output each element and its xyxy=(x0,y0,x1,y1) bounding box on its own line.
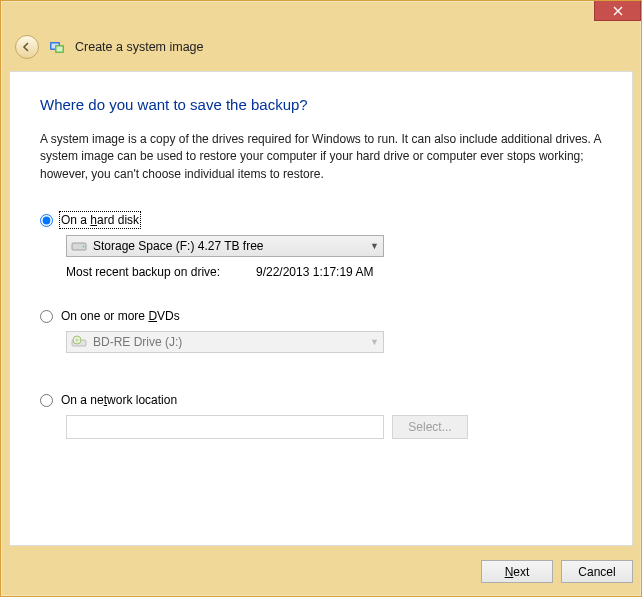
radio-dvd-input[interactable] xyxy=(40,310,53,323)
cancel-button[interactable]: Cancel xyxy=(561,560,633,583)
back-button[interactable] xyxy=(15,35,39,59)
close-button[interactable] xyxy=(594,1,641,21)
hard-disk-combo[interactable]: Storage Space (F:) 4.27 TB free ▼ xyxy=(66,235,384,257)
radio-hard-disk-input[interactable] xyxy=(40,214,53,227)
radio-dvd[interactable]: On one or more DVDs xyxy=(40,309,602,323)
option-network: On a network location Select... xyxy=(40,393,602,439)
radio-dvd-label: On one or more DVDs xyxy=(61,309,180,323)
radio-network-label: On a network location xyxy=(61,393,177,407)
hard-disk-icon xyxy=(71,239,87,253)
page-description: A system image is a copy of the drives r… xyxy=(40,131,602,183)
radio-network[interactable]: On a network location xyxy=(40,393,602,407)
svg-point-8 xyxy=(76,339,78,341)
optical-drive-icon xyxy=(71,335,87,349)
option-hard-disk: On a hard disk Storage Space (F:) 4.27 T… xyxy=(40,213,602,279)
recent-backup-value: 9/22/2013 1:17:19 AM xyxy=(256,265,373,279)
radio-hard-disk-label: On a hard disk xyxy=(61,213,139,227)
header: Create a system image xyxy=(1,31,641,69)
recent-backup-info: Most recent backup on drive: 9/22/2013 1… xyxy=(66,265,602,279)
close-icon xyxy=(613,6,623,16)
window-title: Create a system image xyxy=(75,40,204,54)
recent-backup-label: Most recent backup on drive: xyxy=(66,265,256,279)
back-arrow-icon xyxy=(20,40,34,54)
system-image-icon xyxy=(49,39,65,55)
svg-rect-3 xyxy=(57,47,63,52)
radio-network-input[interactable] xyxy=(40,394,53,407)
hard-disk-combo-text: Storage Space (F:) 4.27 TB free xyxy=(93,239,264,253)
dvd-combo-text: BD-RE Drive (J:) xyxy=(93,335,182,349)
titlebar xyxy=(1,1,641,31)
radio-hard-disk[interactable]: On a hard disk xyxy=(40,213,602,227)
chevron-down-icon: ▼ xyxy=(370,241,379,251)
content-panel: Where do you want to save the backup? A … xyxy=(9,71,633,546)
page-heading: Where do you want to save the backup? xyxy=(40,96,602,113)
wizard-window: Create a system image Where do you want … xyxy=(0,0,642,597)
option-dvd: On one or more DVDs BD-RE Drive (J:) ▼ xyxy=(40,309,602,353)
select-network-button: Select... xyxy=(392,415,468,439)
footer-buttons: Next Cancel xyxy=(481,560,633,583)
chevron-down-icon: ▼ xyxy=(370,337,379,347)
svg-point-5 xyxy=(83,246,85,248)
next-button[interactable]: Next xyxy=(481,560,553,583)
dvd-combo: BD-RE Drive (J:) ▼ xyxy=(66,331,384,353)
network-path-input xyxy=(66,415,384,439)
